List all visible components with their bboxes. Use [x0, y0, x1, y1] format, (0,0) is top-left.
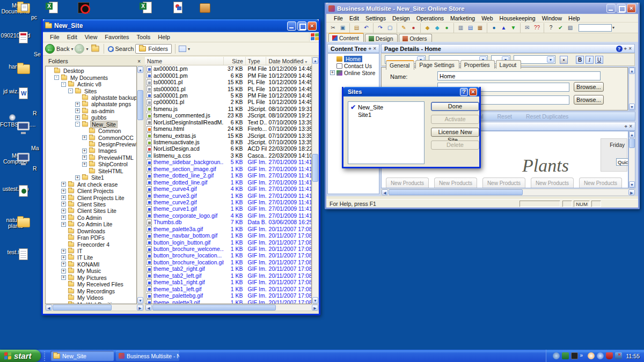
desktop-icon[interactable]: My Documents	[0, 2, 31, 14]
tree-horizontal-scrollbar[interactable]: ◀ ▶	[45, 304, 144, 311]
activate-button[interactable]: Activate	[431, 115, 479, 124]
reports-icon[interactable]: ▦	[475, 24, 485, 32]
expand-icon[interactable]: +	[61, 262, 66, 267]
views-icon[interactable]	[179, 46, 186, 52]
file-row[interactable]: button_brochure_location.gif1 KBGIF Im..…	[145, 259, 311, 265]
tree-item[interactable]: +My Pictures	[46, 275, 136, 281]
tree-item[interactable]: +Client Sites	[46, 201, 136, 208]
name-field[interactable]	[437, 71, 601, 80]
details-tab[interactable]: Layout	[496, 60, 522, 69]
back-dropdown-icon[interactable]: ▾	[71, 47, 73, 51]
file-row[interactable]: theme_tab2_left.gif1 KBGIF Im...20/11/20…	[145, 272, 311, 279]
up-folder-icon[interactable]	[91, 46, 99, 52]
file-row[interactable]: theme_navbar_bottom.gif1 KBGIF Im...20/1…	[145, 232, 311, 239]
tree-item[interactable]: +Co Admin Lite	[46, 221, 136, 227]
tree-item[interactable]: +CommonOCC	[46, 134, 136, 141]
file-row[interactable]: button_login_button.gif1 KBGIF Im...20/1…	[145, 239, 311, 245]
scroll-left-icon[interactable]: ◀	[145, 305, 152, 311]
menu-item[interactable]: Settings	[362, 14, 389, 22]
color-picker-icon[interactable]: ▪	[560, 56, 568, 64]
scroll-left-icon[interactable]: ◀	[382, 189, 388, 195]
tree-item[interactable]: +IT	[46, 248, 136, 254]
edit-link[interactable]: Reset Duplicates	[526, 113, 568, 120]
copy-icon[interactable]: ▣	[338, 24, 347, 32]
browse-button-1[interactable]: Browse...	[574, 82, 604, 92]
tree-item[interactable]: Common	[46, 128, 136, 134]
scroll-down-icon[interactable]: ▼	[629, 181, 635, 188]
expand-icon[interactable]: +	[61, 195, 66, 200]
tree-item[interactable]: +Images	[46, 147, 136, 154]
scroll-thumb[interactable]	[53, 305, 112, 311]
cut-icon[interactable]: ✂	[328, 24, 338, 32]
desktop-icon[interactable]: My Computer	[0, 152, 31, 165]
file-row[interactable]: fsmenu_commented.js23 KBJScript...08/10/…	[145, 112, 311, 119]
tree-item[interactable]: +gubbs	[46, 114, 136, 121]
close-button[interactable]: ×	[627, 4, 636, 13]
file-row[interactable]: fsmenu.js11 KBJScript...08/10/2009 19:31	[145, 106, 311, 112]
details-tab[interactable]: Page Settings	[415, 60, 459, 69]
scroll-down-icon[interactable]: ▼	[312, 297, 318, 304]
tree-item[interactable]: +PreviewHTML	[46, 154, 136, 161]
file-row[interactable]: button_brochure_location...1 KBGIF Im...…	[145, 252, 311, 258]
menu-item[interactable]: File	[331, 14, 346, 22]
file-row[interactable]: Thumbs.db7 KBData B...03/06/2008 16:25	[145, 219, 311, 225]
close-icon[interactable]: ×	[628, 46, 632, 51]
file-row[interactable]: ts000001.pl15 KBPL File10/12/2009 14:45	[145, 79, 311, 85]
tab-design[interactable]: Design	[365, 34, 398, 42]
menu-item[interactable]: Window	[539, 14, 565, 22]
collapse-icon[interactable]: -	[68, 88, 73, 93]
tree-item[interactable]: alphastate backups	[46, 94, 136, 101]
files-vertical-scrollbar[interactable]: ▲ ▼	[312, 57, 319, 304]
done-button[interactable]: Done	[431, 102, 479, 111]
product-tab[interactable]: New Products	[434, 178, 477, 188]
security-shield-icon[interactable]	[606, 352, 613, 359]
pin-icon[interactable]: ⌖	[625, 123, 628, 130]
expand-icon[interactable]: +	[75, 115, 80, 120]
minimize-button[interactable]	[606, 4, 616, 13]
details-tab[interactable]: Properties	[460, 60, 495, 69]
column-header[interactable]: Type	[246, 57, 267, 65]
scroll-right-icon[interactable]: ▶	[137, 305, 143, 311]
italic-button[interactable]: I	[586, 56, 594, 64]
search-label[interactable]: Search	[115, 46, 134, 52]
column-header[interactable]: Size	[224, 57, 245, 65]
chevron-icon[interactable]: »	[580, 352, 586, 359]
pin-icon[interactable]: ⌖	[369, 46, 372, 52]
tab-orders[interactable]: Orders	[399, 34, 431, 42]
quick-search-input[interactable]	[616, 158, 628, 166]
scroll-up-icon[interactable]: ▲	[312, 57, 318, 64]
expand-icon[interactable]: +	[82, 149, 87, 153]
site-list-item[interactable]: Site1	[348, 111, 424, 119]
close-icon[interactable]: ×	[373, 46, 376, 51]
tree-item[interactable]: +Client Projects	[46, 188, 136, 194]
screen-preview-icon[interactable]: ▢	[385, 24, 394, 32]
help-icon[interactable]: ?	[616, 46, 623, 52]
dialog-close-button[interactable]: ×	[469, 88, 477, 96]
tree-item[interactable]: Freecorder 4	[46, 241, 136, 247]
tree-item[interactable]: +IT Lite	[46, 254, 136, 261]
dialog-help-button[interactable]: ?	[460, 88, 468, 96]
menu-item[interactable]: Design	[389, 14, 413, 22]
minimize-button[interactable]	[287, 21, 296, 31]
web-icon[interactable]: ●	[489, 24, 499, 32]
column-header[interactable]: Name	[145, 57, 224, 65]
file-row[interactable]: theme_section_image.gif1 KBGIF Im...27/0…	[145, 166, 311, 172]
tree-item[interactable]: +Co Admin	[46, 215, 136, 221]
scroll-right-icon[interactable]: ▶	[312, 305, 318, 311]
scroll-thumb[interactable]	[389, 189, 523, 195]
taskbar-task[interactable]: Business Multisite - N...	[116, 351, 179, 361]
tree-item[interactable]: Downloads	[46, 228, 136, 234]
scroll-down-icon[interactable]: ▼	[137, 297, 143, 304]
underline-button[interactable]: U	[595, 56, 603, 64]
expand-icon[interactable]: +	[61, 215, 66, 220]
context-help-icon[interactable]: ?	[546, 24, 555, 32]
menu-item[interactable]: Favorites	[101, 33, 133, 41]
file-row[interactable]: theme_palette3.gif1 KBGIF Im...20/11/200…	[145, 299, 311, 304]
file-row[interactable]: sa000001.pm5 KBPM File10/12/2009 14:45	[145, 92, 311, 99]
file-row[interactable]: theme_tab1_left.gif1 KBGIF Im...20/11/20…	[145, 285, 311, 292]
edit-link[interactable]: Reset	[497, 113, 512, 120]
license-new-site-button[interactable]: License New Site...	[431, 128, 479, 137]
collapse-icon[interactable]: -	[61, 82, 66, 87]
file-row[interactable]: fsmenu.html24 KBFirefo...07/10/2009 13:3…	[145, 125, 311, 132]
file-row[interactable]: ac000001.pm6 KBPM File10/12/2009 14:48	[145, 72, 311, 78]
